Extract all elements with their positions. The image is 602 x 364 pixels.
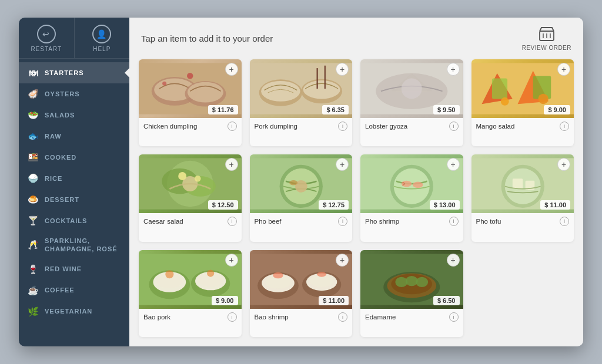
sidebar-item-raw[interactable]: 🐟 RAW — [19, 126, 129, 147]
svg-point-22 — [402, 79, 422, 99]
item-image-lobster-gyoza: + $ 9.50 — [360, 59, 463, 118]
svg-point-74 — [416, 277, 428, 287]
svg-point-44 — [413, 182, 423, 188]
svg-point-43 — [402, 181, 412, 187]
add-button-chicken-dumpling[interactable]: + — [225, 63, 238, 76]
item-image-mango-salad: + $ 9.00 — [471, 59, 574, 118]
price-tag-pho-beef: $ 12.75 — [319, 200, 349, 210]
svg-rect-16 — [316, 68, 318, 89]
sidebar-item-dessert[interactable]: 🍮 DESSERT — [19, 189, 129, 210]
price-tag-caesar-salad: $ 12.50 — [208, 200, 238, 210]
add-button-lobster-gyoza[interactable]: + — [447, 63, 460, 76]
nav-label-oysters: OYSTERS — [45, 90, 80, 98]
help-icon: 👤 — [92, 25, 111, 43]
nav-icon-salads: 🥗 — [28, 110, 39, 120]
nav-label-salads: SALADS — [45, 111, 75, 119]
item-image-pho-shrimp: + $ 13.00 — [360, 154, 463, 213]
price-tag-pork-dumpling: $ 6.35 — [322, 105, 349, 114]
nav-label-dessert: DESSERT — [45, 196, 79, 204]
item-info-pork-dumpling: Pork dumpling i — [250, 118, 353, 134]
price-tag-pho-shrimp: $ 13.00 — [430, 200, 460, 210]
info-icon-bao-pork[interactable]: i — [228, 312, 237, 322]
svg-point-34 — [195, 176, 200, 181]
add-button-pho-shrimp[interactable]: + — [447, 158, 460, 171]
sidebar-top-controls: ↩ RESTART 👤 HELP — [19, 18, 129, 59]
info-icon-mango-salad[interactable]: i — [560, 122, 569, 131]
sidebar-item-cooked[interactable]: 🍱 COOKED — [19, 147, 129, 168]
price-tag-lobster-gyoza: $ 9.50 — [433, 105, 460, 114]
nav-icon-rice: 🍚 — [28, 173, 39, 184]
sidebar-item-vegetarian[interactable]: 🌿 VEGETARIAN — [19, 301, 129, 322]
item-name-pho-shrimp: Pho shrimp — [365, 218, 399, 225]
sidebar-item-cocktails[interactable]: 🍸 COCKTAILS — [19, 210, 129, 231]
instruction-text: Tap an item to add it to your order — [141, 33, 273, 43]
menu-item-pho-shrimp[interactable]: + $ 13.00 Pho shrimp i — [360, 154, 463, 241]
info-icon-lobster-gyoza[interactable]: i — [449, 122, 459, 131]
info-icon-caesar-salad[interactable]: i — [228, 217, 237, 226]
nav-label-red-wine: RED WINE — [45, 265, 82, 273]
info-icon-chicken-dumpling[interactable]: i — [228, 122, 237, 131]
sidebar-item-coffee[interactable]: ☕ COFFEE — [19, 280, 129, 301]
add-button-edamame[interactable]: + — [447, 254, 460, 267]
sidebar-item-sparkling[interactable]: 🥂 SPARKLING, CHAMPAGNE, ROSÉ — [19, 231, 129, 259]
menu-items-grid: + $ 11.76 Chicken dumpling i + $ 6.35 Po… — [129, 57, 583, 346]
info-icon-pho-beef[interactable]: i — [338, 217, 347, 226]
info-icon-bao-shrimp[interactable]: i — [338, 312, 347, 322]
nav-icon-starters: 🍽 — [28, 68, 39, 78]
sidebar-item-oysters[interactable]: 🦪 OYSTERS — [19, 83, 129, 105]
add-button-caesar-salad[interactable]: + — [225, 158, 238, 171]
item-name-caesar-salad: Caesar salad — [143, 218, 183, 225]
item-info-caesar-salad: Caesar salad i — [139, 213, 242, 230]
menu-item-pho-tofu[interactable]: + $ 11.00 Pho tofu i — [471, 154, 574, 241]
review-order-button[interactable]: REVIEW ORDER — [522, 26, 571, 51]
sidebar-item-salads[interactable]: 🥗 SALADS — [19, 105, 129, 126]
nav-icon-raw: 🐟 — [28, 131, 39, 141]
sidebar-item-rice[interactable]: 🍚 RICE — [19, 168, 129, 189]
svg-point-42 — [394, 168, 430, 204]
info-icon-pho-shrimp[interactable]: i — [449, 217, 459, 226]
main-content: Tap an item to add it to your order REVI… — [129, 18, 583, 346]
info-icon-pho-tofu[interactable]: i — [560, 217, 569, 226]
menu-item-caesar-salad[interactable]: + $ 12.50 Caesar salad i — [139, 154, 242, 241]
nav-label-sparkling: SPARKLING, CHAMPAGNE, ROSÉ — [45, 237, 120, 254]
add-button-bao-pork[interactable]: + — [225, 254, 238, 267]
sidebar-item-red-wine[interactable]: 🍷 RED WINE — [19, 259, 129, 280]
add-button-mango-salad[interactable]: + — [557, 63, 570, 76]
sidebar-item-starters[interactable]: 🍽 STARTERS — [19, 62, 129, 83]
item-info-pho-beef: Pho beef i — [250, 213, 353, 230]
menu-item-lobster-gyoza[interactable]: + $ 9.50 Lobster gyoza i — [360, 59, 463, 146]
price-tag-bao-pork: $ 9.00 — [212, 296, 238, 305]
cart-icon — [537, 26, 557, 43]
restart-button[interactable]: ↩ RESTART — [19, 18, 75, 58]
nav-icon-sparkling: 🥂 — [28, 240, 39, 250]
add-button-pork-dumpling[interactable]: + — [336, 63, 349, 76]
item-info-pho-shrimp: Pho shrimp i — [360, 213, 463, 230]
nav-icon-coffee: ☕ — [28, 285, 39, 296]
add-button-bao-shrimp[interactable]: + — [336, 254, 349, 267]
svg-point-10 — [162, 82, 166, 86]
info-icon-edamame[interactable]: i — [449, 312, 459, 322]
svg-point-67 — [317, 272, 326, 277]
svg-point-8 — [188, 82, 223, 103]
item-info-chicken-dumpling: Chicken dumpling i — [139, 118, 242, 134]
menu-item-pho-beef[interactable]: + $ 12.75 Pho beef i — [250, 154, 353, 241]
help-label: HELP — [93, 46, 111, 52]
menu-item-edamame[interactable]: + $ 6.50 Edamame i — [360, 250, 463, 337]
item-name-pho-tofu: Pho tofu — [476, 218, 501, 225]
svg-point-57 — [165, 270, 173, 278]
item-info-lobster-gyoza: Lobster gyoza i — [360, 118, 463, 134]
info-icon-pork-dumpling[interactable]: i — [338, 122, 347, 131]
price-tag-bao-shrimp: $ 11.00 — [319, 296, 349, 305]
nav-label-coffee: COFFEE — [45, 286, 75, 294]
item-info-bao-pork: Bao pork i — [139, 309, 242, 325]
help-button[interactable]: 👤 HELP — [75, 18, 130, 58]
restart-icon: ↩ — [37, 25, 56, 43]
menu-item-chicken-dumpling[interactable]: + $ 11.76 Chicken dumpling i — [139, 59, 242, 146]
menu-item-bao-pork[interactable]: + $ 9.00 Bao pork i — [139, 250, 242, 337]
menu-item-pork-dumpling[interactable]: + $ 6.35 Pork dumpling i — [250, 59, 353, 146]
item-image-edamame: + $ 6.50 — [360, 250, 463, 309]
menu-item-bao-shrimp[interactable]: + $ 11.00 Bao shrimp i — [250, 250, 353, 337]
item-image-caesar-salad: + $ 12.50 — [139, 154, 242, 213]
menu-item-mango-salad[interactable]: + $ 9.00 Mango salad i — [471, 59, 574, 146]
svg-point-39 — [289, 180, 297, 186]
